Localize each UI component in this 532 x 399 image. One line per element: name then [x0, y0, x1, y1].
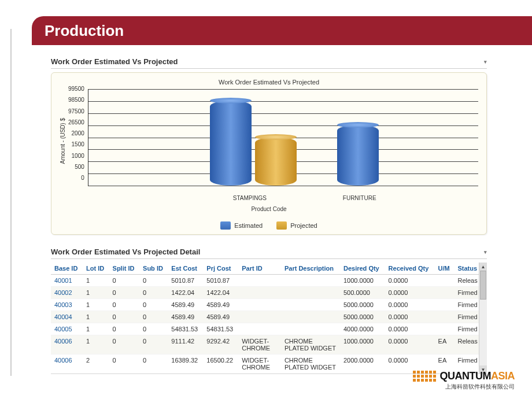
logo-dots-icon [413, 371, 436, 382]
cell: WIDGET-CHROME [238, 354, 281, 374]
base-id-link[interactable]: 40003 [51, 299, 83, 311]
base-id-link[interactable]: 40002 [51, 287, 83, 299]
page-header: Production [32, 16, 532, 45]
cell: 0 [139, 335, 168, 354]
table-row: 400031004589.494589.495000.00000.0000Fir… [51, 299, 487, 311]
column-header[interactable]: Split ID [109, 263, 140, 275]
column-header[interactable]: Lot ID [83, 263, 109, 275]
logo-subtext: 上海科箭软件科技有限公司 [413, 383, 515, 391]
cell: 4000.0000 [340, 323, 385, 335]
column-header[interactable]: U/M [435, 263, 455, 275]
cell: 0 [139, 354, 168, 374]
x-axis-label: Product Code [60, 206, 478, 212]
cell: 4589.49 [168, 311, 203, 323]
legend-swatch-blue [220, 221, 231, 230]
gridline [88, 89, 478, 90]
cell: 1 [83, 275, 109, 287]
cell: 4589.49 [203, 299, 238, 311]
cell: 0 [139, 275, 168, 287]
base-id-link[interactable]: 40005 [51, 323, 83, 335]
cell: 0 [109, 335, 140, 354]
cell: 0.0000 [385, 275, 435, 287]
detail-table: Base IDLot IDSplit IDSub IDEst CostPrj C… [51, 263, 487, 374]
y-axis-ticks: 995009850097500265002000150010005000 [68, 89, 88, 186]
column-header[interactable]: Part ID [238, 263, 281, 275]
cell: 0 [109, 323, 140, 335]
cell: 0.0000 [385, 335, 435, 354]
cell [238, 323, 281, 335]
legend-item-estimated: Estimated [220, 221, 263, 230]
cell: 1000.0000 [340, 275, 385, 287]
cell: 0 [109, 311, 140, 323]
y-axis-label: Amount - (USD) $ [60, 118, 66, 164]
column-header[interactable]: Received Qty [385, 263, 435, 275]
x-category-label: STAMPINGS [233, 195, 267, 201]
cell: 1 [83, 311, 109, 323]
cell: 2000.0000 [340, 354, 385, 374]
base-id-link[interactable]: 40001 [51, 275, 83, 287]
cell: 1 [83, 335, 109, 354]
column-header[interactable]: Desired Qty [340, 263, 385, 275]
cell: 0 [109, 275, 140, 287]
cell: 0.0000 [385, 311, 435, 323]
cell: CHROME PLATED WIDGET [281, 335, 340, 354]
cell [238, 287, 281, 299]
cell [281, 323, 340, 335]
base-id-link[interactable]: 40006 [51, 354, 83, 374]
cell: 5010.87 [168, 275, 203, 287]
cell: WIDGET-CHROME [238, 335, 281, 354]
detail-section-title: Work Order Estimated Vs Projected Detail [51, 247, 200, 256]
chart-plot-area: STAMPINGSFURNITURE [88, 89, 478, 186]
cell: 2 [83, 354, 109, 374]
cell: 1 [83, 287, 109, 299]
vertical-scrollbar[interactable]: ▲ ▼ [479, 263, 487, 374]
bar-group [210, 101, 297, 186]
bar-estimated [210, 101, 252, 186]
column-header[interactable]: Base ID [51, 263, 83, 275]
table-row: 400061009111.429292.42WIDGET-CHROMECHROM… [51, 335, 487, 354]
scroll-thumb[interactable] [480, 271, 486, 300]
cell [435, 275, 455, 287]
table-row: 400011005010.875010.871000.00000.0000Rel… [51, 275, 487, 287]
bar-estimated [337, 125, 379, 186]
chart-section-header: Work Order Estimated Vs Projected ▾ [51, 55, 487, 69]
cell: CHROME PLATED WIDGET [281, 354, 340, 374]
cell: 16389.32 [168, 354, 203, 374]
chart-legend: Estimated Projected [60, 221, 478, 230]
column-header[interactable]: Sub ID [139, 263, 168, 275]
bar-group [337, 125, 379, 186]
column-header[interactable]: Prj Cost [203, 263, 238, 275]
cell: 9111.42 [168, 335, 203, 354]
chart-section-menu-icon[interactable]: ▾ [484, 59, 487, 65]
base-id-link[interactable]: 40004 [51, 311, 83, 323]
detail-table-wrap: Base IDLot IDSplit IDSub IDEst CostPrj C… [51, 263, 487, 374]
cell [281, 299, 340, 311]
cell: 0 [139, 299, 168, 311]
column-header[interactable]: Est Cost [168, 263, 203, 275]
cell [238, 311, 281, 323]
footer-logo: QUANTUMASIA 上海科箭软件科技有限公司 [413, 370, 515, 391]
cell: 1422.04 [168, 287, 203, 299]
detail-section-menu-icon[interactable]: ▾ [484, 249, 487, 255]
cell: 0.0000 [385, 287, 435, 299]
cell [435, 287, 455, 299]
cell [238, 275, 281, 287]
side-divider [10, 29, 12, 376]
cell: 5000.0000 [340, 311, 385, 323]
scroll-up-button[interactable]: ▲ [479, 263, 487, 271]
cell: 5010.87 [203, 275, 238, 287]
cell [435, 299, 455, 311]
column-header[interactable]: Part Description [281, 263, 340, 275]
cell: 0 [109, 354, 140, 374]
cell: 5000.0000 [340, 299, 385, 311]
x-category-label: FURNITURE [343, 195, 376, 201]
chart-card: Work Order Estimated Vs Projected Amount… [51, 72, 487, 235]
cell [435, 311, 455, 323]
table-body: 400011005010.875010.871000.00000.0000Rel… [51, 275, 487, 374]
base-id-link[interactable]: 40006 [51, 335, 83, 354]
cell: 0.0000 [385, 299, 435, 311]
cell: 0 [139, 287, 168, 299]
chart-section-title: Work Order Estimated Vs Projected [51, 57, 178, 66]
table-row: 400021001422.041422.04500.00000.0000Firm… [51, 287, 487, 299]
cell [435, 323, 455, 335]
